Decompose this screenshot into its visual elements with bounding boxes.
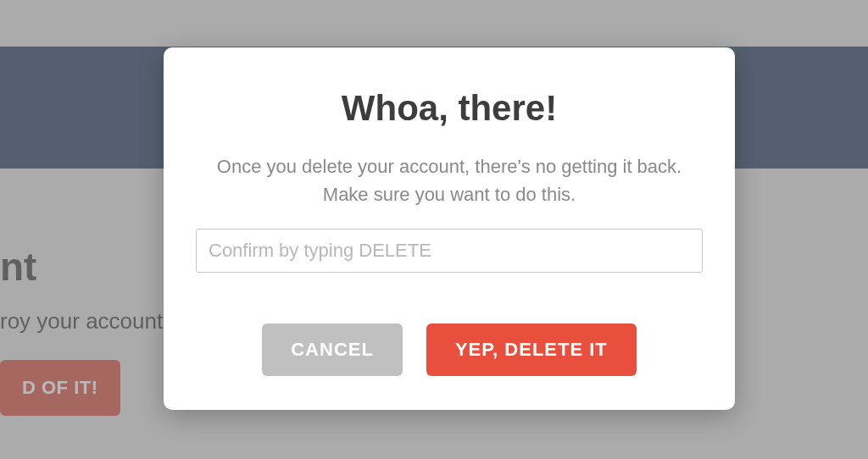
confirm-delete-modal: Whoa, there! Once you delete your accoun… bbox=[164, 47, 735, 410]
confirm-delete-input[interactable] bbox=[196, 229, 703, 273]
cancel-button[interactable]: CANCEL bbox=[262, 324, 403, 376]
modal-title: Whoa, there! bbox=[196, 88, 703, 129]
modal-message: Once you delete your account, there's no… bbox=[196, 152, 703, 208]
confirm-delete-button[interactable]: YEP, DELETE IT bbox=[426, 324, 637, 376]
modal-actions: CANCEL YEP, DELETE IT bbox=[196, 324, 703, 376]
